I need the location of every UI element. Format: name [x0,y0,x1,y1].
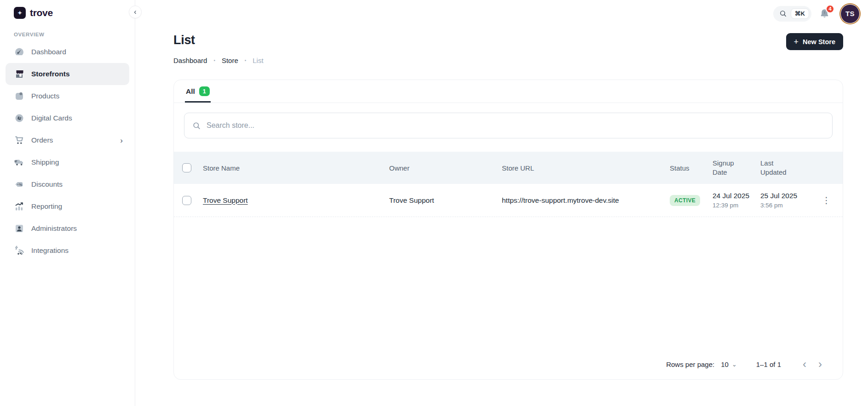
sidebar-item-shipping[interactable]: Shipping [6,151,129,173]
signup-date: 24 Jul 2025 [713,192,760,200]
rows-per-page-value: 10 [721,360,729,368]
column-header-owner: Owner [389,164,502,172]
table-footer: Rows per page: 10 ⌄ 1–1 of 1 ‹ › [174,349,843,379]
breadcrumb: Dashboard • Store • List [173,57,264,64]
column-header-status: Status [670,164,713,172]
store-search-input[interactable] [207,121,824,130]
integrations-icon [14,245,25,256]
search-icon [779,10,787,17]
sidebar-item-label: Administrators [31,224,77,233]
chevron-right-icon: › [818,358,822,370]
svg-text:%: % [19,183,22,187]
sidebar-item-label: Dashboard [31,48,66,56]
sidebar-item-label: Orders [31,136,53,144]
table-empty-space [174,217,843,349]
storefront-icon [14,69,25,80]
notification-badge: 4 [826,5,834,13]
sidebar-item-label: Reporting [31,202,62,211]
sparkle-icon: ✦ [14,7,26,19]
sidebar-item-label: Digital Cards [31,114,72,122]
chevron-right-icon: › [120,137,123,144]
sidebar-item-label: Integrations [31,246,69,255]
sidebar-item-integrations[interactable]: Integrations [6,240,129,262]
row-checkbox[interactable] [182,196,191,205]
store-name-link[interactable]: Trove Support [203,196,248,204]
chevron-down-icon: ⌄ [732,361,737,368]
tab-all-label: All [186,87,195,96]
admin-icon [14,223,25,234]
column-header-store-name: Store Name [203,164,389,172]
sidebar-item-discounts[interactable]: % Discounts [6,173,129,195]
tab-bar: All 1 [174,80,843,103]
sidebar-item-products[interactable]: Products [6,85,129,107]
tab-all-count-badge: 1 [199,86,210,96]
store-url-cell: https://trove-support.mytrove-dev.site [502,196,670,205]
global-search-button[interactable]: ⌘K [773,6,811,22]
sidebar-section-label: OVERVIEW [14,32,135,37]
column-header-signup-date: Signup Date [713,159,747,177]
chevron-left-icon: ‹ [803,358,806,370]
previous-page-button[interactable]: ‹ [797,359,812,370]
brand-logo[interactable]: ✦ trove [0,0,135,19]
main-content: ⌘K 4 TS List Dashboard • Store • List + … [135,0,868,406]
new-store-button[interactable]: + New Store [786,33,843,50]
sidebar: ✦ trove ‹ OVERVIEW Dashboard Storefronts… [0,0,135,406]
breadcrumb-list: List [253,57,263,64]
plus-icon: + [794,38,799,46]
page-header: List Dashboard • Store • List + New Stor… [135,23,868,64]
store-search-container [184,113,833,138]
chevron-left-icon: ‹ [134,8,136,16]
gauge-icon [14,46,25,57]
row-actions-menu-button[interactable]: ⋮ [822,196,831,205]
new-store-button-label: New Store [803,38,835,46]
last-updated-date: 25 Jul 2025 [760,192,815,200]
cart-icon [14,135,25,146]
sidebar-collapse-button[interactable]: ‹ [129,6,142,18]
sidebar-item-label: Storefronts [31,70,70,78]
sidebar-item-label: Shipping [31,158,59,166]
sidebar-nav: Dashboard Storefronts Products Digital C… [0,41,135,262]
last-updated-time: 3:56 pm [760,202,815,209]
sidebar-item-reporting[interactable]: Reporting [6,195,129,217]
breadcrumb-separator: • [213,58,215,63]
sidebar-item-administrators[interactable]: Administrators [6,217,129,240]
digital-card-icon [14,113,25,124]
sidebar-item-dashboard[interactable]: Dashboard [6,41,129,63]
store-list-card: All 1 Store Name Owner Store URL Status … [173,80,843,380]
status-badge: ACTIVE [670,195,700,206]
brand-name: trove [30,7,53,18]
breadcrumb-dashboard[interactable]: Dashboard [173,57,207,64]
table-header: Store Name Owner Store URL Status Signup… [174,152,843,184]
pagination-range: 1–1 of 1 [756,360,781,368]
search-icon [192,121,201,130]
breadcrumb-store[interactable]: Store [222,57,238,64]
topbar: ⌘K 4 TS [135,0,868,23]
column-header-last-updated: Last Updated [760,159,795,177]
sidebar-item-orders[interactable]: Orders › [6,129,129,151]
sidebar-item-storefronts[interactable]: Storefronts [6,63,129,85]
sidebar-item-label: Products [31,92,59,100]
box-icon [14,91,25,102]
chart-icon [14,201,25,212]
rows-per-page-label: Rows per page: [666,360,714,368]
discount-tag-icon: % [14,179,25,190]
kebab-icon: ⋮ [822,195,831,205]
column-header-store-url: Store URL [502,164,670,172]
signup-time: 12:39 pm [713,202,760,209]
user-avatar[interactable]: TS [841,5,859,23]
truck-icon [14,157,25,168]
tab-all[interactable]: All 1 [185,80,211,103]
page-title: List [173,33,264,47]
rows-per-page-select[interactable]: 10 ⌄ [721,360,737,368]
sidebar-item-label: Discounts [31,180,63,189]
sidebar-item-digital-cards[interactable]: Digital Cards [6,107,129,129]
select-all-checkbox[interactable] [182,163,191,172]
breadcrumb-separator: • [245,58,247,63]
keyboard-shortcut: ⌘K [791,8,809,19]
table-row: Trove Support Trove Support https://trov… [174,184,843,217]
owner-cell: Trove Support [389,196,502,205]
next-page-button[interactable]: › [812,359,828,370]
notifications-button[interactable]: 4 [819,8,831,20]
